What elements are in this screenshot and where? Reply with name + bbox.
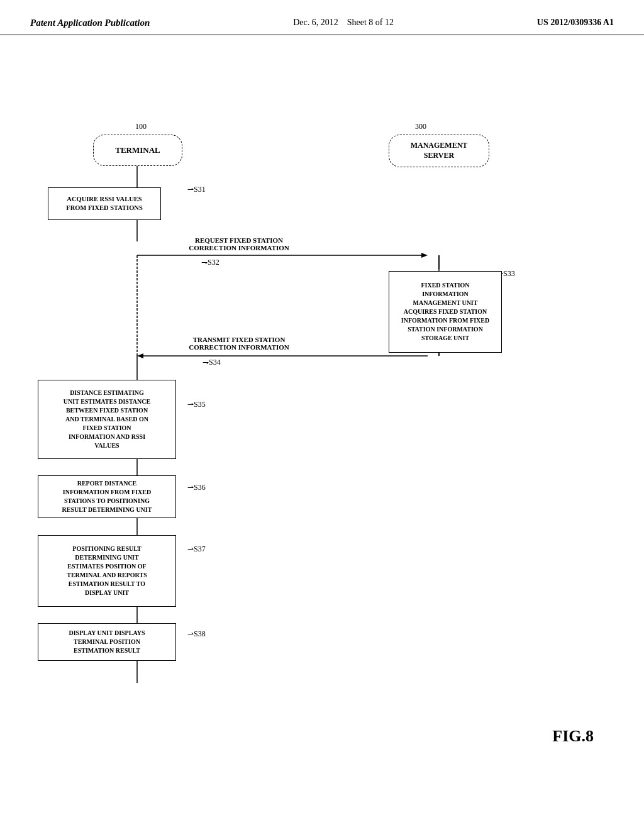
- fig-label: FIG.8: [552, 727, 594, 746]
- s33-box: FIXED STATIONINFORMATIONMANAGEMENT UNITA…: [389, 271, 502, 353]
- s38-label: ⇀S38: [187, 629, 206, 639]
- s34-label: ⇁S34: [203, 358, 221, 367]
- s37-box: POSITIONING RESULTDETERMINING UNITESTIMA…: [38, 535, 176, 607]
- diagram-area: 100 TERMINAL 300 MANAGEMENTSERVER ⇀S31 A…: [0, 42, 644, 783]
- s36-box: REPORT DISTANCEINFORMATION FROM FIXEDSTA…: [38, 475, 176, 518]
- s32-label: ⇁S32: [201, 258, 219, 267]
- terminal-label: 100: [135, 122, 147, 131]
- s31-label: ⇀S31: [187, 185, 206, 194]
- server-box: MANAGEMENTSERVER: [389, 135, 489, 167]
- s35-box: DISTANCE ESTIMATINGUNIT ESTIMATES DISTAN…: [38, 380, 176, 459]
- svg-marker-3: [421, 253, 428, 258]
- s31-box: ACQUIRE RSSI VALUESFROM FIXED STATIONS: [48, 187, 161, 220]
- page-header: Patent Application Publication Dec. 6, 2…: [0, 0, 644, 35]
- patent-number-label: US 2012/0309336 A1: [537, 18, 614, 28]
- terminal-box: TERMINAL: [93, 135, 182, 166]
- s32-text: REQUEST FIXED STATIONCORRECTION INFORMAT…: [151, 236, 327, 252]
- s34-text: TRANSMIT FIXED STATIONCORRECTION INFORMA…: [151, 336, 327, 351]
- svg-marker-6: [137, 353, 143, 358]
- s37-label: ⇀S37: [187, 545, 206, 554]
- server-label: 300: [415, 122, 426, 131]
- s36-label: ⇀S36: [187, 483, 206, 492]
- s38-box: DISPLAY UNIT DISPLAYSTERMINAL POSITIONES…: [38, 623, 176, 661]
- date-sheet-label: Dec. 6, 2012 Sheet 8 of 12: [293, 18, 394, 28]
- s35-label: ⇀S35: [187, 400, 206, 409]
- publication-label: Patent Application Publication: [30, 18, 150, 28]
